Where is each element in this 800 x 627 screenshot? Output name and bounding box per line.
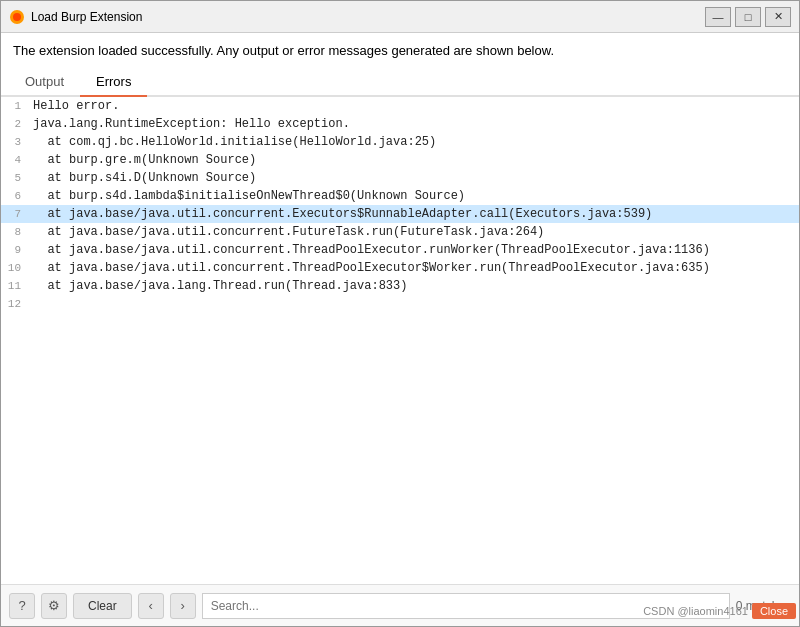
table-row: 12 xyxy=(1,295,799,313)
prev-button[interactable]: ‹ xyxy=(138,593,164,619)
table-row: 10 at java.base/java.util.concurrent.Thr… xyxy=(1,259,799,277)
line-content: java.lang.RuntimeException: Hello except… xyxy=(29,117,350,131)
table-row: 5 at burp.s4i.D(Unknown Source) xyxy=(1,169,799,187)
minimize-button[interactable]: — xyxy=(705,7,731,27)
line-content: at java.base/java.util.concurrent.Execut… xyxy=(29,207,652,221)
help-button[interactable]: ? xyxy=(9,593,35,619)
title-bar: Load Burp Extension — □ ✕ xyxy=(1,1,799,33)
table-row: 8 at java.base/java.util.concurrent.Futu… xyxy=(1,223,799,241)
line-content: at burp.gre.m(Unknown Source) xyxy=(29,153,256,167)
line-content: at java.base/java.util.concurrent.Thread… xyxy=(29,243,710,257)
table-row: 2java.lang.RuntimeException: Hello excep… xyxy=(1,115,799,133)
close-button[interactable]: ✕ xyxy=(765,7,791,27)
line-number: 8 xyxy=(1,226,29,238)
line-number: 5 xyxy=(1,172,29,184)
main-window: Load Burp Extension — □ ✕ The extension … xyxy=(0,0,800,627)
svg-point-1 xyxy=(13,13,21,21)
line-number: 2 xyxy=(1,118,29,130)
tab-output[interactable]: Output xyxy=(9,68,80,97)
content-area[interactable]: 1Hello error.2java.lang.RuntimeException… xyxy=(1,97,799,584)
watermark-close[interactable]: Close xyxy=(752,603,796,619)
table-row: 9 at java.base/java.util.concurrent.Thre… xyxy=(1,241,799,259)
window-title: Load Burp Extension xyxy=(31,10,705,24)
line-content: at java.base/java.util.concurrent.Future… xyxy=(29,225,544,239)
window-body: The extension loaded successfully. Any o… xyxy=(1,33,799,626)
line-content: at com.qj.bc.HelloWorld.initialise(Hello… xyxy=(29,135,436,149)
tabs-bar: Output Errors xyxy=(1,68,799,97)
line-content: Hello error. xyxy=(29,99,119,113)
maximize-button[interactable]: □ xyxy=(735,7,761,27)
line-content: at java.base/java.util.concurrent.Thread… xyxy=(29,261,710,275)
line-content: at burp.s4i.D(Unknown Source) xyxy=(29,171,256,185)
window-icon xyxy=(9,9,25,25)
line-number: 4 xyxy=(1,154,29,166)
table-row: 7 at java.base/java.util.concurrent.Exec… xyxy=(1,205,799,223)
window-controls: — □ ✕ xyxy=(705,7,791,27)
table-row: 11 at java.base/java.lang.Thread.run(Thr… xyxy=(1,277,799,295)
settings-button[interactable]: ⚙ xyxy=(41,593,67,619)
watermark-text: CSDN @liaomin4161 xyxy=(643,605,748,617)
line-number: 6 xyxy=(1,190,29,202)
table-row: 1Hello error. xyxy=(1,97,799,115)
line-content: at burp.s4d.lambda$initialiseOnNewThread… xyxy=(29,189,465,203)
line-number: 3 xyxy=(1,136,29,148)
status-message: The extension loaded successfully. Any o… xyxy=(1,33,799,68)
line-number: 7 xyxy=(1,208,29,220)
table-row: 4 at burp.gre.m(Unknown Source) xyxy=(1,151,799,169)
line-number: 12 xyxy=(1,298,29,310)
line-number: 9 xyxy=(1,244,29,256)
line-number: 1 xyxy=(1,100,29,112)
clear-button[interactable]: Clear xyxy=(73,593,132,619)
table-row: 3 at com.qj.bc.HelloWorld.initialise(Hel… xyxy=(1,133,799,151)
next-button[interactable]: › xyxy=(170,593,196,619)
line-number: 10 xyxy=(1,262,29,274)
table-row: 6 at burp.s4d.lambda$initialiseOnNewThre… xyxy=(1,187,799,205)
line-number: 11 xyxy=(1,280,29,292)
line-content: at java.base/java.lang.Thread.run(Thread… xyxy=(29,279,407,293)
tab-errors[interactable]: Errors xyxy=(80,68,147,97)
